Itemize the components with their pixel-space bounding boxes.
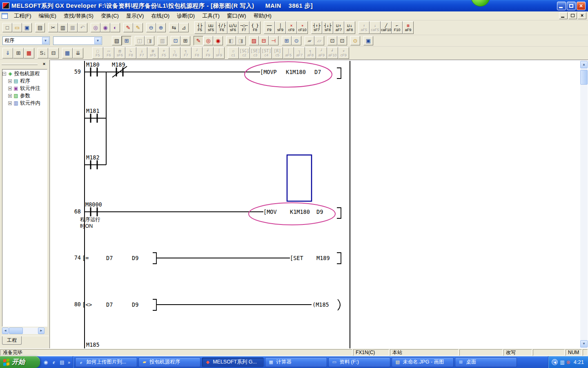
toolbar-button[interactable]: ✎ — [194, 36, 203, 45]
scrollbar-thumb[interactable] — [9, 328, 23, 334]
toolbar-button[interactable]: ⇓ — [2, 48, 13, 58]
toolbar-button[interactable]: ◨ — [145, 36, 154, 45]
toolbar-button[interactable]: ⊞ — [13, 48, 24, 58]
sfc-symbol-button[interactable]: ∗ cF9 — [338, 47, 349, 59]
ladder-symbol-button[interactable]: ⊔↓ aF8 — [344, 21, 355, 34]
scroll-up-icon[interactable]: ▲ — [580, 61, 588, 68]
ladder-symbol-button[interactable]: ┤/├ F6 — [216, 21, 227, 34]
tray-icon[interactable]: ⊗ — [566, 359, 570, 365]
ladder-symbol-button[interactable]: ⊔↑ aF7 — [333, 21, 344, 34]
mdi-restore-button[interactable] — [568, 12, 577, 19]
toolbar-button[interactable]: ⇊ — [73, 48, 83, 58]
ladder-symbol-button[interactable]: ↑ aF5 — [359, 21, 370, 34]
ladder-symbol-button[interactable]: ┤↓├ sF8 — [322, 21, 333, 34]
quick-launch-icon[interactable]: e — [51, 359, 57, 366]
toolbar-button[interactable]: ⊟ — [48, 48, 59, 58]
menu-item[interactable]: 在线(O) — [147, 11, 173, 21]
toolbar-button[interactable]: ⊡ — [337, 36, 347, 45]
menu-item[interactable]: 显示(V) — [122, 11, 147, 21]
tree-item[interactable]: + ▣ 软元件注 — [2, 85, 47, 92]
minimize-button[interactable] — [557, 2, 566, 10]
sfc-symbol-button[interactable]: ▭ F6 — [103, 47, 114, 59]
sfc-symbol-button[interactable]: │ aF5 — [283, 47, 294, 59]
sfc-symbol-button[interactable]: [SC] c2 — [239, 47, 250, 59]
menu-item[interactable]: 查找/替换(S) — [60, 11, 97, 21]
sfc-symbol-button[interactable]: ┐ F6 — [169, 47, 180, 59]
sfc-symbol-button[interactable]: + F5 — [158, 47, 169, 59]
menu-item[interactable]: 帮助(H) — [250, 11, 275, 21]
ladder-symbol-button[interactable]: ─○─ F7 — [238, 21, 249, 34]
toolbar-button[interactable]: ⊞ — [180, 36, 190, 45]
panel-gripper[interactable] — [2, 64, 38, 65]
toolbar-button[interactable]: ◎ — [203, 36, 213, 45]
sfc-symbol-button[interactable]: ╛ F9 — [203, 47, 214, 59]
toolbar-button[interactable]: ◧ — [226, 36, 236, 45]
task-button[interactable]: ▦ 计算器 — [265, 357, 327, 367]
toolbar-button[interactable]: ⊡ — [327, 36, 337, 45]
task-button[interactable]: ◆ MELSOFT系列 G... — [202, 357, 264, 367]
toolbar-button[interactable]: ▥ — [58, 23, 68, 32]
toolbar-button[interactable]: ▤ — [35, 23, 45, 32]
sfc-symbol-button[interactable]: ↳ F8 — [125, 47, 136, 59]
toolbar-button[interactable]: ↶ — [78, 23, 87, 32]
mdi-close-button[interactable]: × — [578, 12, 586, 19]
tray-icon[interactable]: ▥ — [560, 359, 564, 365]
sfc-symbol-button[interactable]: │ sF9 — [214, 47, 225, 59]
tray-collapse-icon[interactable]: ◀ — [552, 359, 558, 365]
mdi-document-icon[interactable] — [2, 13, 8, 19]
toolbar-button[interactable]: ✂ — [48, 23, 58, 32]
toolbar-button[interactable]: □ — [2, 23, 12, 32]
ladder-symbol-button[interactable]: ⌐ F10 — [392, 21, 403, 34]
toolbar-button[interactable]: ▦ — [24, 48, 34, 58]
ladder-editor[interactable]: 59 M180 M189 [MOVP K1M180 D7 — [50, 60, 588, 348]
ladder-symbol-button[interactable]: ⊔⊔ sF5 — [205, 21, 216, 34]
scroll-down-icon[interactable]: ▼ — [580, 340, 588, 348]
toolbar-button[interactable]: S↓ — [38, 48, 48, 58]
ladder-symbol-button[interactable]: { } F8 — [249, 21, 261, 34]
ladder-diagram[interactable]: 59 M180 M189 [MOVP K1M180 D7 — [51, 61, 580, 348]
vertical-scrollbar[interactable]: ▲ ▼ — [580, 61, 588, 348]
task-button[interactable]: ⊞ 桌面 — [455, 357, 517, 367]
toolbar-button[interactable]: ▥ — [158, 36, 167, 45]
ladder-symbol-button[interactable]: │ sF9 — [275, 21, 286, 34]
panel-close-button[interactable]: × — [41, 61, 47, 67]
toolbar-button[interactable]: ⊣ — [269, 36, 278, 45]
chevron-down-icon[interactable]: ▼ — [42, 37, 49, 44]
expand-icon[interactable]: + — [8, 79, 12, 83]
block-combobox[interactable]: ▼ — [53, 36, 102, 45]
sfc-symbol-button[interactable]: [SE] c3 — [250, 47, 261, 59]
toolbar-button[interactable]: ◨ — [236, 36, 246, 45]
ladder-symbol-button[interactable]: ↓ caF5 — [370, 21, 381, 34]
menu-item[interactable]: 窗口(W) — [223, 11, 250, 21]
sfc-symbol-button[interactable]: ╕ F7 — [180, 47, 192, 59]
toolbar-button[interactable]: ▦ — [62, 48, 73, 58]
toolbar-button[interactable]: ⊞ — [122, 36, 131, 45]
toolbar-button[interactable]: ⊙ — [292, 36, 301, 45]
task-button[interactable]: e 如何上传图片到... — [75, 357, 137, 367]
tree-item[interactable]: + ▨ 参数 — [2, 92, 47, 99]
tree-item-root[interactable]: − ◈ 投包机源程 — [2, 70, 47, 77]
sfc-symbol-button[interactable]: ▤ sF6 — [114, 47, 125, 59]
mdi-minimize-button[interactable] — [559, 12, 568, 19]
toolbar-button[interactable]: ▧ — [112, 36, 122, 45]
ladder-symbol-button[interactable]: ╱ caF10 — [381, 21, 392, 34]
sfc-symbol-button[interactable]: □ F5 — [92, 47, 103, 59]
toolbar-button[interactable]: ◫ — [135, 36, 145, 45]
chevron-more-icon[interactable]: » — [67, 360, 70, 365]
sfc-symbol-button[interactable]: ┐ aF7 — [294, 47, 305, 59]
sfc-symbol-button[interactable]: ╛ aF10 — [327, 47, 338, 59]
sfc-symbol-button[interactable]: ┘ F8 — [192, 47, 203, 59]
tree-item[interactable]: + ▥ 软元件内 — [2, 100, 47, 106]
chevron-down-icon[interactable]: ▼ — [94, 37, 101, 44]
menu-item[interactable]: 工程(F) — [10, 11, 35, 21]
start-button[interactable]: 开始 — [0, 356, 40, 368]
toolbar-button[interactable]: ⊞ — [282, 36, 292, 45]
expand-icon[interactable]: + — [8, 94, 12, 98]
toolbar-button[interactable]: ⊡ — [171, 36, 180, 45]
ladder-symbol-button[interactable]: ┤↑├ sF7 — [311, 21, 322, 34]
toolbar-button[interactable]: ✎ — [133, 23, 143, 32]
menu-item[interactable]: 编辑(E) — [35, 11, 60, 21]
scroll-left-icon[interactable]: ◄ — [2, 328, 9, 334]
menu-item[interactable]: 诊断(D) — [173, 11, 198, 21]
menu-item[interactable]: 变换(C) — [97, 11, 122, 21]
